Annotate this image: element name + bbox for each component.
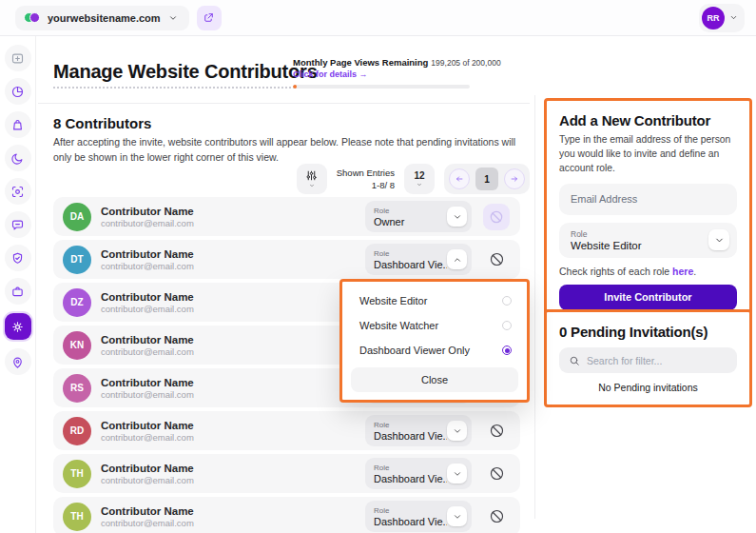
- chevron-down-icon: [447, 506, 467, 526]
- user-menu[interactable]: RR: [699, 4, 745, 32]
- chevron-down-icon: [729, 13, 738, 22]
- contributor-name: Contributor Name: [101, 463, 365, 474]
- sidebar-item-settings-active[interactable]: [3, 311, 33, 342]
- role-value: Website Editor: [571, 240, 708, 251]
- role-label: Role: [374, 464, 447, 472]
- next-page-button[interactable]: [504, 168, 525, 189]
- top-bar: yourwebsitename.com RR: [0, 0, 756, 36]
- open-website-button[interactable]: [197, 6, 222, 30]
- role-select[interactable]: RoleOwner: [365, 201, 472, 232]
- location-pin-icon[interactable]: [5, 348, 31, 375]
- rights-note: Check rights of each role here.: [559, 266, 737, 277]
- usage-value: 199,205 of 200,000: [431, 58, 500, 68]
- list-toolbar: Shown Entries 1-8/ 8 12 1: [297, 164, 530, 194]
- add-contributor-panel: Add a New Contributor Type in the email …: [544, 98, 752, 325]
- contributor-row: DA Contributor Name contributor@email.co…: [53, 197, 520, 236]
- role-select[interactable]: RoleWebsite Editor: [559, 223, 737, 258]
- website-selector[interactable]: yourwebsitename.com: [15, 6, 189, 30]
- role-select-expanded[interactable]: RoleDashboard Vie...: [365, 244, 472, 275]
- role-select[interactable]: RoleDashboard Vie...: [365, 458, 472, 489]
- contributor-email: contributor@email.com: [101, 475, 365, 485]
- block-contributor-button[interactable]: [483, 251, 510, 267]
- contributor-name: Contributor Name: [101, 420, 365, 431]
- avatar: TH: [63, 460, 91, 488]
- page-size-value: 12: [414, 170, 424, 181]
- search-icon: [569, 355, 580, 366]
- avatar: KN: [63, 331, 91, 360]
- role-option-website-watcher[interactable]: Website Watcher: [342, 313, 527, 338]
- external-link-icon: [203, 11, 215, 24]
- role-select[interactable]: RoleDashboard Vie...: [365, 415, 472, 446]
- panel-title: 0 Pending Invitation(s): [559, 324, 737, 340]
- radio-icon[interactable]: [502, 321, 512, 330]
- shown-entries-value: 1-8/ 8: [337, 179, 395, 191]
- pagination: 1: [444, 164, 530, 194]
- ban-icon: [489, 423, 505, 439]
- block-contributor-button[interactable]: [483, 465, 510, 482]
- role-label: Role: [374, 506, 447, 515]
- gear-icon: [5, 313, 31, 340]
- contributor-name: Contributor Name: [101, 248, 365, 260]
- role-option-dashboard-viewer-only[interactable]: Dashboard Viewer Only: [342, 338, 527, 363]
- role-value: Dashboard Vie...: [374, 473, 447, 484]
- contributor-email: contributor@email.com: [101, 432, 365, 443]
- sidebar-nav: [0, 36, 36, 533]
- avatar: DZ: [63, 288, 91, 317]
- block-contributor-button[interactable]: [483, 423, 510, 439]
- role-label: Role: [374, 207, 447, 215]
- close-button[interactable]: Close: [351, 367, 518, 392]
- role-select[interactable]: RoleDashboard Vie...: [365, 501, 472, 532]
- header-divider: [38, 103, 530, 104]
- invite-contributor-button[interactable]: Invite Contributor: [559, 285, 737, 310]
- usage-progress-fill: [293, 85, 297, 89]
- contributors-description: After accepting the invite, website cont…: [53, 135, 534, 166]
- page: yourwebsitename.com RR: [0, 0, 756, 533]
- role-label: Role: [571, 229, 708, 239]
- vertical-divider: [534, 95, 535, 519]
- role-label: Role: [374, 421, 447, 429]
- filter-button[interactable]: [297, 164, 327, 194]
- sessions-swirl-icon[interactable]: [5, 145, 31, 171]
- prev-page-button[interactable]: [449, 168, 470, 189]
- avatar: RS: [63, 374, 91, 403]
- radio-icon[interactable]: [502, 296, 512, 306]
- chevron-down-icon: [708, 229, 729, 250]
- usage-label: Monthly Page Views Remaining: [293, 57, 428, 68]
- ban-icon: [489, 209, 504, 225]
- briefcase-icon[interactable]: [5, 278, 31, 305]
- site-logo-icon: [24, 11, 40, 24]
- ban-icon: [489, 465, 505, 482]
- contributor-name: Contributor Name: [101, 291, 365, 303]
- contributor-email: contributor@email.com: [101, 518, 365, 528]
- role-value: Dashboard Vie...: [374, 516, 447, 527]
- avatar: DA: [63, 203, 91, 231]
- contributor-row: RD Contributor Name contributor@email.co…: [53, 411, 520, 450]
- chevron-down-icon: [447, 464, 467, 484]
- pie-chart-icon[interactable]: [5, 78, 31, 105]
- chevron-down-icon: [447, 207, 467, 227]
- rights-link[interactable]: here: [672, 266, 693, 277]
- current-page[interactable]: 1: [475, 168, 498, 190]
- email-field[interactable]: [559, 184, 737, 215]
- block-contributor-button[interactable]: [483, 508, 510, 524]
- contributors-heading: 8 Contributors: [53, 115, 151, 131]
- chevron-down-icon: [447, 421, 467, 441]
- shield-check-icon[interactable]: [5, 245, 31, 271]
- chevron-up-icon: [447, 249, 467, 269]
- target-scan-icon[interactable]: [5, 178, 31, 205]
- avatar: TH: [63, 503, 91, 531]
- search-filter[interactable]: [559, 347, 737, 373]
- shopping-bag-icon[interactable]: [5, 111, 31, 138]
- role-value: Dashboard Vie...: [374, 430, 447, 442]
- role-option-website-editor[interactable]: Website Editor: [342, 288, 527, 313]
- contributor-name: Contributor Name: [101, 377, 365, 388]
- panel-title: Add a New Contributor: [559, 112, 737, 128]
- collapse-sidebar-icon[interactable]: [5, 45, 31, 71]
- search-input[interactable]: [587, 355, 727, 366]
- contributor-row: DT Contributor Name contributor@email.co…: [53, 240, 520, 279]
- chat-icon[interactable]: [5, 211, 31, 238]
- page-size-select[interactable]: 12: [404, 164, 435, 194]
- usage-details-link[interactable]: Click for details →: [293, 69, 483, 79]
- radio-selected-icon[interactable]: [502, 345, 512, 355]
- pending-invitations-panel: 0 Pending Invitation(s) No Pending invit…: [544, 309, 752, 407]
